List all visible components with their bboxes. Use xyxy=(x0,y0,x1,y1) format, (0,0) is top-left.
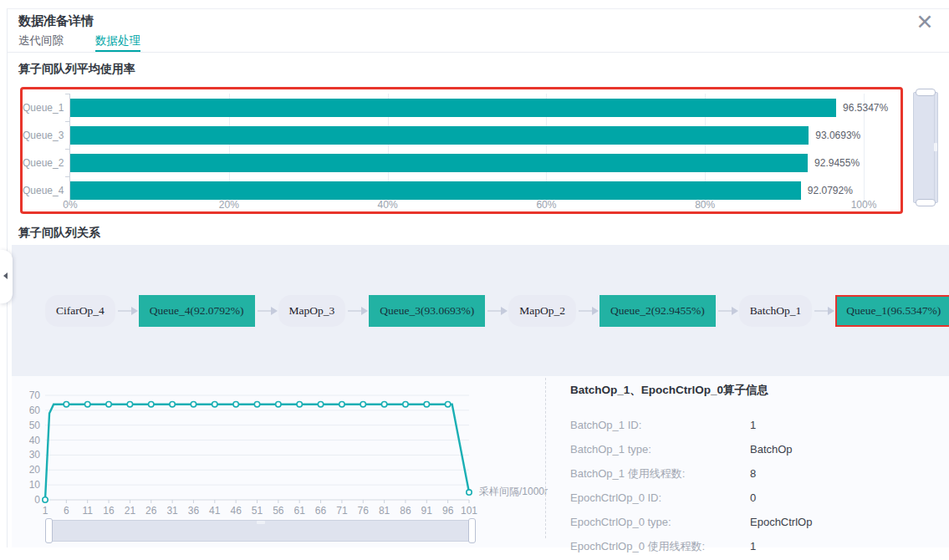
x-tick-label: 101 xyxy=(461,505,477,517)
tab-divider xyxy=(7,52,949,53)
x-tick-label: 81 xyxy=(379,505,390,517)
flow-arrow-icon xyxy=(258,310,276,312)
range-slider-left-handle[interactable] xyxy=(45,518,53,543)
node-Queue_4[interactable]: Queue_4(92.0792%) xyxy=(139,295,255,327)
queue-usage-section-title: 算子间队列平均使用率 xyxy=(18,62,135,77)
info-label: BatchOp_1 使用线程数: xyxy=(570,466,750,481)
y-axis-tick xyxy=(65,149,69,150)
sidebar-collapse-handle[interactable] xyxy=(0,250,13,303)
bar-Queue_2[interactable] xyxy=(70,154,808,172)
y-tick-label: 20 xyxy=(29,464,41,476)
x-tick-label: 76 xyxy=(358,505,370,517)
x-axis-tick-label: 40% xyxy=(378,199,398,211)
info-label: BatchOp_1 ID: xyxy=(570,419,750,431)
tab-data-processing[interactable]: 数据处理 xyxy=(95,33,140,52)
node-MapOp_2[interactable]: MapOp_2 xyxy=(508,295,576,327)
info-row: BatchOp_1 使用线程数:8 xyxy=(570,461,812,486)
data-point-marker xyxy=(170,402,175,407)
bar-value-label: 92.0792% xyxy=(808,181,853,200)
bar-category-label: Queue_1 xyxy=(23,99,63,117)
x-tick-label: 31 xyxy=(166,505,178,517)
info-value: 8 xyxy=(750,467,756,480)
info-label: EpochCtrlOp_0 使用线程数: xyxy=(570,539,750,554)
data-point-marker xyxy=(191,402,196,407)
y-axis-tick xyxy=(65,121,69,122)
y-tick-label: 40 xyxy=(29,435,41,446)
y-tick-label: 50 xyxy=(29,420,41,431)
node-Queue_3[interactable]: Queue_3(93.0693%) xyxy=(369,295,485,327)
info-row: EpochCtrlOp_0 type:EpochCtrlOp xyxy=(570,510,812,534)
info-row: BatchOp_1 type:BatchOp xyxy=(570,437,812,461)
info-label: BatchOp_1 type: xyxy=(570,443,750,456)
dialog-top-border xyxy=(7,8,949,9)
close-icon[interactable]: ✕ xyxy=(913,10,936,33)
line-chart-range-slider[interactable] xyxy=(48,520,472,542)
bar-value-label: 92.9455% xyxy=(814,154,860,172)
flow-arrow-icon xyxy=(718,310,737,312)
queue-size-line-chart: 0102030405060701611162126313641465156616… xyxy=(23,383,600,522)
data-point-marker xyxy=(467,490,472,495)
node-CifarOp_4[interactable]: CifarOp_4 xyxy=(45,295,115,327)
range-slider-right-handle[interactable] xyxy=(468,518,476,543)
scrollbar-top-handle[interactable] xyxy=(916,89,936,96)
x-tick-label: 6 xyxy=(64,505,69,517)
x-tick-label: 71 xyxy=(336,505,348,517)
flow-arrow-icon xyxy=(579,310,597,312)
scrollbar-grip[interactable] xyxy=(934,143,937,151)
data-point-marker xyxy=(276,402,281,407)
page-title: 数据准备详情 xyxy=(18,13,94,29)
x-axis-tick-label: 20% xyxy=(219,199,239,211)
bar-Queue_3[interactable] xyxy=(70,126,809,145)
x-tick-label: 66 xyxy=(315,505,327,517)
node-BatchOp_1[interactable]: BatchOp_1 xyxy=(739,295,813,327)
range-slider-grip[interactable] xyxy=(257,521,265,524)
x-axis-tick-label: 100% xyxy=(851,199,877,211)
x-tick-label: 56 xyxy=(273,505,284,517)
data-point-marker xyxy=(424,402,429,407)
data-point-marker xyxy=(233,402,238,407)
bar-chart-vertical-scrollbar[interactable] xyxy=(913,92,938,203)
node-Queue_2[interactable]: Queue_2(92.9455%) xyxy=(600,295,716,327)
data-point-marker xyxy=(297,402,302,407)
info-row: BatchOp_1 ID:1 xyxy=(570,413,812,437)
info-value: 1 xyxy=(750,419,756,431)
data-point-marker xyxy=(318,402,323,407)
y-axis-tick xyxy=(65,94,69,94)
operator-info-panel: BatchOp_1、EpochCtrlOp_0算子信息 BatchOp_1 ID… xyxy=(570,383,812,558)
y-tick-label: 10 xyxy=(29,479,41,491)
node-MapOp_3[interactable]: MapOp_3 xyxy=(278,295,346,327)
data-point-marker xyxy=(254,402,259,407)
scrollbar-bottom-handle[interactable] xyxy=(916,199,936,206)
flow-arrow-icon xyxy=(118,310,136,312)
x-tick-label: 21 xyxy=(125,505,136,517)
bar-Queue_1[interactable] xyxy=(70,99,836,117)
data-point-marker xyxy=(43,497,48,502)
data-point-marker xyxy=(381,402,386,407)
x-tick-label: 36 xyxy=(188,505,200,517)
tab-iteration-gap[interactable]: 迭代间隙 xyxy=(18,33,64,52)
bar-value-label: 93.0693% xyxy=(815,126,860,145)
x-tick-label: 96 xyxy=(442,505,454,517)
queue-size-line xyxy=(45,405,469,500)
x-axis-tick-label: 80% xyxy=(695,199,715,211)
detail-panel: 0102030405060701611162126313641465156616… xyxy=(12,376,949,547)
x-axis-title: 采样间隔/1000r xyxy=(479,486,548,497)
data-point-marker xyxy=(360,402,365,407)
x-tick-label: 46 xyxy=(230,505,242,517)
y-tick-label: 30 xyxy=(29,449,41,461)
y-tick-label: 0 xyxy=(34,494,40,506)
info-label: EpochCtrlOp_0 ID: xyxy=(570,491,750,504)
data-point-marker xyxy=(106,402,111,407)
node-Queue_1[interactable]: Queue_1(96.5347%) xyxy=(835,295,949,327)
flow-arrow-icon xyxy=(487,310,506,312)
bar-Queue_4[interactable] xyxy=(70,181,801,200)
x-tick-label: 41 xyxy=(209,505,221,517)
data-point-marker xyxy=(339,402,344,407)
x-tick-label: 11 xyxy=(82,505,93,517)
panel-divider xyxy=(545,378,546,538)
bar-value-label: 96.5347% xyxy=(843,99,888,117)
tab-bar: 迭代间隙数据处理 xyxy=(18,33,140,52)
operator-info-title: BatchOp_1、EpochCtrlOp_0算子信息 xyxy=(570,383,812,398)
data-point-marker xyxy=(64,402,69,407)
x-axis-tick-label: 60% xyxy=(536,199,556,211)
